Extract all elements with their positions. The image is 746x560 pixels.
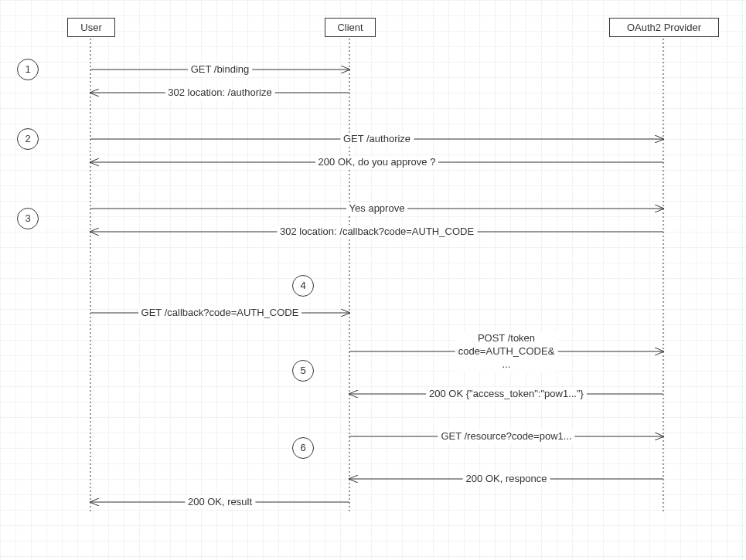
step-3: 3: [17, 208, 39, 229]
message-m6: 302 location: /callback?code=AUTH_CODE: [277, 226, 477, 239]
participant-user: User: [67, 18, 115, 37]
step-1: 1: [17, 59, 39, 80]
message-m4: 200 OK, do you approve ?: [315, 156, 439, 169]
step-5: 5: [292, 360, 314, 382]
step-6: 6: [292, 437, 314, 459]
message-m10: GET /resource?code=pow1...: [438, 430, 574, 443]
message-m5: Yes approve: [346, 202, 408, 216]
step-4: 4: [292, 275, 314, 297]
message-m3: GET /authorize: [340, 133, 414, 146]
step-2: 2: [17, 128, 39, 150]
message-m9: 200 OK {"access_token":"pow1..."}: [426, 388, 587, 401]
participant-client: Client: [325, 18, 376, 37]
message-m8: POST /token code=AUTH_CODE& ...: [455, 332, 558, 372]
message-m12: 200 OK, result: [185, 496, 255, 509]
message-m7: GET /callback?code=AUTH_CODE: [138, 307, 302, 320]
sequence-canvas: [0, 0, 746, 560]
message-m2: 302 location: /authorize: [165, 87, 274, 100]
participant-provider: OAuth2 Provider: [609, 18, 719, 37]
message-m11: 200 OK, responce: [463, 473, 550, 486]
message-m1: GET /binding: [188, 63, 253, 76]
